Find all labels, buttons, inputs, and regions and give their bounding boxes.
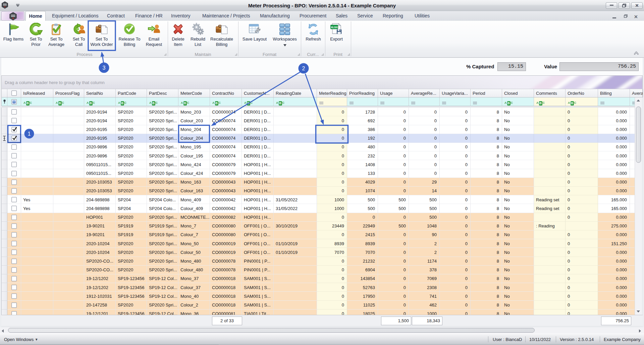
svg-text:XLSX: XLSX — [331, 26, 338, 29]
